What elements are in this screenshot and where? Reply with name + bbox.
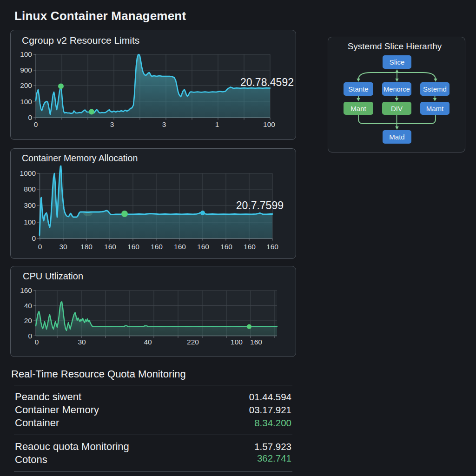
svg-text:1: 1 [215, 120, 219, 128]
svg-text:160: 160 [151, 243, 163, 251]
svg-text:DIV: DIV [391, 105, 403, 112]
svg-text:100: 100 [20, 98, 32, 106]
svg-text:0: 0 [28, 332, 32, 340]
svg-text:160: 160 [250, 338, 262, 346]
svg-text:220: 220 [187, 338, 199, 346]
svg-text:160: 160 [127, 243, 139, 251]
svg-text:20.78.4592: 20.78.4592 [240, 76, 294, 88]
svg-text:0: 0 [35, 338, 39, 346]
svg-text:0: 0 [34, 120, 38, 128]
svg-text:30: 30 [78, 338, 86, 346]
svg-text:20: 20 [24, 317, 33, 324]
svg-text:Stante: Stante [348, 85, 368, 93]
svg-text:3: 3 [110, 120, 114, 128]
svg-text:0: 0 [32, 234, 36, 242]
svg-text:160: 160 [220, 243, 232, 251]
svg-text:900: 900 [20, 66, 32, 74]
svg-text:100: 100 [231, 338, 243, 346]
svg-text:160: 160 [266, 243, 278, 251]
svg-text:30: 30 [59, 243, 67, 251]
svg-text:40: 40 [144, 338, 152, 346]
svg-text:Menorce: Menorce [383, 86, 410, 93]
svg-text:180: 180 [80, 243, 93, 251]
svg-text:160: 160 [174, 243, 186, 251]
svg-text:160: 160 [20, 286, 32, 294]
svg-text:Systemd Slice Hierarthy: Systemd Slice Hierarthy [348, 41, 442, 51]
svg-text:Sstemd: Sstemd [423, 85, 447, 93]
svg-text:0: 0 [28, 113, 32, 121]
svg-text:Mamt: Mamt [426, 105, 444, 112]
svg-text:Slice: Slice [390, 58, 405, 66]
svg-text:200: 200 [20, 81, 32, 89]
svg-text:3: 3 [162, 120, 166, 128]
svg-text:100: 100 [20, 50, 32, 58]
svg-text:100: 100 [263, 120, 275, 128]
svg-text:1000: 1000 [20, 169, 36, 177]
svg-text:800: 800 [24, 185, 36, 193]
svg-text:Matd: Matd [389, 133, 404, 141]
svg-text:160: 160 [197, 243, 209, 251]
svg-text:100: 100 [24, 218, 36, 226]
svg-text:160: 160 [244, 243, 256, 251]
svg-text:0: 0 [38, 243, 42, 251]
svg-text:Mant: Mant [350, 105, 366, 112]
svg-text:300: 300 [24, 201, 36, 209]
svg-text:40: 40 [24, 302, 33, 310]
svg-text:20.7.7599: 20.7.7599 [236, 199, 284, 212]
svg-text:160: 160 [104, 243, 116, 251]
